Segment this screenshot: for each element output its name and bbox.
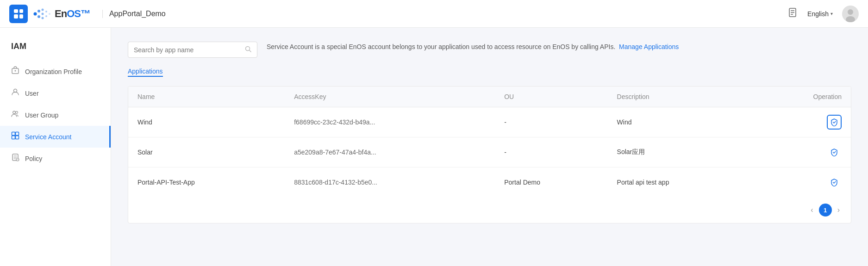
shield-check-active-icon[interactable] [827,115,842,130]
sidebar-label-service-account: Service Account [25,133,71,141]
prev-page-button[interactable]: ‹ [809,204,815,216]
cell-operation [754,107,851,137]
search-input[interactable] [134,46,241,54]
organization-icon [11,66,19,77]
cell-accesskey: a5e209a8-7e67-47a4-bf4a... [285,137,495,167]
enos-logo: EnOS™ [33,7,90,20]
user-group-icon [11,110,19,120]
svg-point-5 [42,17,44,19]
sidebar-label-org-profile: Organization Profile [25,68,82,75]
sub-nav: Applications [128,67,851,77]
svg-point-4 [42,12,44,15]
topbar-left: EnOS™ AppPortal_Demo [9,5,166,23]
apps-grid-icon[interactable] [9,5,28,23]
sidebar-label-policy: Policy [25,155,42,162]
info-description: Service Account is a special EnOS accoun… [267,43,615,50]
table-body: Wind f68699cc-23c2-432d-b49a... - Wind S… [128,107,851,198]
sidebar-label-user: User [25,90,39,97]
col-operation: Operation [754,87,851,107]
cell-operation [754,167,851,198]
info-bar: Service Account is a special EnOS accoun… [128,42,851,58]
sidebar-item-policy[interactable]: Policy [0,148,111,169]
table-row: Portal-API-Test-App 8831c608-d17c-4132-b… [128,167,851,198]
svg-point-17 [15,70,16,72]
user-icon [11,88,19,99]
svg-rect-21 [12,132,15,136]
col-description: Description [608,87,754,107]
cell-description: Portal api test app [608,167,754,198]
svg-point-19 [13,111,16,114]
svg-point-14 [848,9,853,15]
topbar-right: English ▾ [788,6,859,22]
sidebar-title: IAM [0,37,111,61]
language-label: English [807,10,829,18]
enos-text: EnOS™ [55,8,90,20]
policy-icon [11,153,19,164]
sidebar-item-organization-profile[interactable]: Organization Profile [0,61,111,82]
shield-check-icon[interactable] [827,145,842,160]
svg-point-6 [45,11,47,12]
app-name: AppPortal_Demo [102,10,166,18]
table-header: Name AccessKey OU Description Operation [128,87,851,107]
sidebar-item-user-group[interactable]: User Group [0,104,111,126]
sidebar-item-service-account[interactable]: Service Account [0,126,111,148]
sidebar: IAM Organization Profile User [0,28,111,266]
info-text: Service Account is a special EnOS accoun… [267,42,851,52]
service-account-icon [11,131,19,142]
cell-ou: - [495,107,607,137]
svg-rect-23 [12,136,15,139]
col-accesskey: AccessKey [285,87,495,107]
chevron-down-icon: ▾ [831,11,833,16]
table-row: Wind f68699cc-23c2-432d-b49a... - Wind [128,107,851,137]
user-avatar[interactable] [842,6,859,22]
svg-point-3 [42,8,44,11]
cell-ou: Portal Demo [495,167,607,198]
search-icon [245,46,251,54]
cell-accesskey: 8831c608-d17c-4132-b5e0... [285,167,495,198]
cell-accesskey: f68699cc-23c2-432d-b49a... [285,107,495,137]
applications-tab[interactable]: Applications [128,68,163,77]
document-icon[interactable] [788,7,798,20]
table-row: Solar a5e209a8-7e67-47a4-bf4a... - Solar… [128,137,851,167]
current-page[interactable]: 1 [819,204,832,217]
enos-dots-icon [33,7,53,20]
cell-name: Solar [128,137,285,167]
svg-point-20 [16,111,18,114]
svg-rect-24 [16,136,19,139]
topbar: EnOS™ AppPortal_Demo English ▾ [0,0,868,28]
main-layout: IAM Organization Profile User [0,28,868,266]
cell-description: Solar应用 [608,137,754,167]
col-name: Name [128,87,285,107]
col-ou: OU [495,87,607,107]
pagination: ‹ 1 › [128,197,851,223]
main-content: Service Account is a special EnOS accoun… [111,28,868,266]
svg-point-1 [37,10,40,12]
next-page-button[interactable]: › [836,204,842,216]
svg-point-8 [49,13,50,15]
manage-applications-link[interactable]: Manage Applications [619,43,679,50]
cell-name: Portal-API-Test-App [128,167,285,198]
shield-check-icon[interactable] [827,175,842,190]
cell-operation [754,137,851,167]
svg-point-7 [45,15,47,17]
cell-name: Wind [128,107,285,137]
cell-description: Wind [608,107,754,137]
sidebar-label-user-group: User Group [25,111,58,119]
svg-line-28 [250,50,251,52]
cell-ou: - [495,137,607,167]
language-selector[interactable]: English ▾ [807,10,833,18]
svg-rect-22 [16,132,19,136]
data-table-container: Name AccessKey OU Description Operation [128,86,851,223]
search-box[interactable] [128,42,257,58]
svg-point-0 [34,12,37,15]
svg-point-2 [37,15,40,18]
service-account-table: Name AccessKey OU Description Operation [128,87,851,197]
sidebar-item-user[interactable]: User [0,82,111,104]
